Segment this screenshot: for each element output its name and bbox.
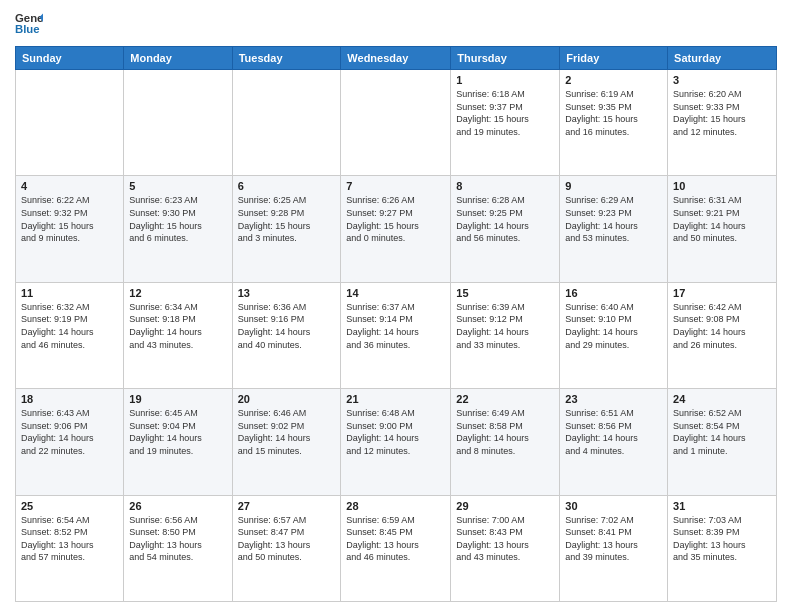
col-header-wednesday: Wednesday (341, 47, 451, 70)
calendar-cell: 12Sunrise: 6:34 AM Sunset: 9:18 PM Dayli… (124, 282, 232, 388)
calendar-row-2: 11Sunrise: 6:32 AM Sunset: 9:19 PM Dayli… (16, 282, 777, 388)
day-info: Sunrise: 6:43 AM Sunset: 9:06 PM Dayligh… (21, 407, 118, 457)
calendar-cell: 20Sunrise: 6:46 AM Sunset: 9:02 PM Dayli… (232, 389, 341, 495)
day-number: 22 (456, 393, 554, 405)
calendar-cell: 31Sunrise: 7:03 AM Sunset: 8:39 PM Dayli… (668, 495, 777, 601)
calendar-cell: 18Sunrise: 6:43 AM Sunset: 9:06 PM Dayli… (16, 389, 124, 495)
day-number: 16 (565, 287, 662, 299)
day-number: 8 (456, 180, 554, 192)
day-info: Sunrise: 6:48 AM Sunset: 9:00 PM Dayligh… (346, 407, 445, 457)
day-number: 2 (565, 74, 662, 86)
calendar-cell: 4Sunrise: 6:22 AM Sunset: 9:32 PM Daylig… (16, 176, 124, 282)
day-info: Sunrise: 6:39 AM Sunset: 9:12 PM Dayligh… (456, 301, 554, 351)
calendar-cell: 22Sunrise: 6:49 AM Sunset: 8:58 PM Dayli… (451, 389, 560, 495)
calendar-cell: 1Sunrise: 6:18 AM Sunset: 9:37 PM Daylig… (451, 70, 560, 176)
calendar-row-4: 25Sunrise: 6:54 AM Sunset: 8:52 PM Dayli… (16, 495, 777, 601)
day-info: Sunrise: 6:46 AM Sunset: 9:02 PM Dayligh… (238, 407, 336, 457)
day-number: 29 (456, 500, 554, 512)
day-number: 19 (129, 393, 226, 405)
calendar-cell: 17Sunrise: 6:42 AM Sunset: 9:08 PM Dayli… (668, 282, 777, 388)
day-number: 21 (346, 393, 445, 405)
day-number: 18 (21, 393, 118, 405)
calendar-cell: 23Sunrise: 6:51 AM Sunset: 8:56 PM Dayli… (560, 389, 668, 495)
col-header-monday: Monday (124, 47, 232, 70)
calendar-table: SundayMondayTuesdayWednesdayThursdayFrid… (15, 46, 777, 602)
day-info: Sunrise: 6:37 AM Sunset: 9:14 PM Dayligh… (346, 301, 445, 351)
calendar-row-1: 4Sunrise: 6:22 AM Sunset: 9:32 PM Daylig… (16, 176, 777, 282)
day-number: 23 (565, 393, 662, 405)
calendar-cell: 27Sunrise: 6:57 AM Sunset: 8:47 PM Dayli… (232, 495, 341, 601)
day-number: 6 (238, 180, 336, 192)
day-number: 14 (346, 287, 445, 299)
day-number: 28 (346, 500, 445, 512)
calendar-cell: 14Sunrise: 6:37 AM Sunset: 9:14 PM Dayli… (341, 282, 451, 388)
calendar-cell: 24Sunrise: 6:52 AM Sunset: 8:54 PM Dayli… (668, 389, 777, 495)
calendar-cell: 21Sunrise: 6:48 AM Sunset: 9:00 PM Dayli… (341, 389, 451, 495)
day-number: 17 (673, 287, 771, 299)
day-info: Sunrise: 6:40 AM Sunset: 9:10 PM Dayligh… (565, 301, 662, 351)
day-number: 1 (456, 74, 554, 86)
day-info: Sunrise: 6:18 AM Sunset: 9:37 PM Dayligh… (456, 88, 554, 138)
calendar-cell: 13Sunrise: 6:36 AM Sunset: 9:16 PM Dayli… (232, 282, 341, 388)
day-number: 3 (673, 74, 771, 86)
header: General Blue (15, 10, 777, 38)
day-number: 12 (129, 287, 226, 299)
calendar-cell (124, 70, 232, 176)
day-number: 9 (565, 180, 662, 192)
day-info: Sunrise: 6:22 AM Sunset: 9:32 PM Dayligh… (21, 194, 118, 244)
day-info: Sunrise: 6:26 AM Sunset: 9:27 PM Dayligh… (346, 194, 445, 244)
svg-text:Blue: Blue (15, 23, 40, 35)
day-info: Sunrise: 6:31 AM Sunset: 9:21 PM Dayligh… (673, 194, 771, 244)
day-number: 27 (238, 500, 336, 512)
calendar-row-0: 1Sunrise: 6:18 AM Sunset: 9:37 PM Daylig… (16, 70, 777, 176)
day-number: 7 (346, 180, 445, 192)
col-header-friday: Friday (560, 47, 668, 70)
day-info: Sunrise: 6:56 AM Sunset: 8:50 PM Dayligh… (129, 514, 226, 564)
col-header-saturday: Saturday (668, 47, 777, 70)
day-number: 31 (673, 500, 771, 512)
col-header-thursday: Thursday (451, 47, 560, 70)
calendar-cell (16, 70, 124, 176)
logo: General Blue (15, 10, 43, 38)
calendar-cell: 26Sunrise: 6:56 AM Sunset: 8:50 PM Dayli… (124, 495, 232, 601)
day-number: 10 (673, 180, 771, 192)
day-number: 11 (21, 287, 118, 299)
calendar-cell: 7Sunrise: 6:26 AM Sunset: 9:27 PM Daylig… (341, 176, 451, 282)
day-number: 20 (238, 393, 336, 405)
calendar-cell: 8Sunrise: 6:28 AM Sunset: 9:25 PM Daylig… (451, 176, 560, 282)
col-header-tuesday: Tuesday (232, 47, 341, 70)
day-info: Sunrise: 6:42 AM Sunset: 9:08 PM Dayligh… (673, 301, 771, 351)
day-info: Sunrise: 7:02 AM Sunset: 8:41 PM Dayligh… (565, 514, 662, 564)
day-info: Sunrise: 6:49 AM Sunset: 8:58 PM Dayligh… (456, 407, 554, 457)
calendar-row-3: 18Sunrise: 6:43 AM Sunset: 9:06 PM Dayli… (16, 389, 777, 495)
day-info: Sunrise: 6:29 AM Sunset: 9:23 PM Dayligh… (565, 194, 662, 244)
calendar-cell (232, 70, 341, 176)
calendar-cell: 6Sunrise: 6:25 AM Sunset: 9:28 PM Daylig… (232, 176, 341, 282)
day-info: Sunrise: 6:45 AM Sunset: 9:04 PM Dayligh… (129, 407, 226, 457)
day-info: Sunrise: 6:59 AM Sunset: 8:45 PM Dayligh… (346, 514, 445, 564)
day-info: Sunrise: 6:28 AM Sunset: 9:25 PM Dayligh… (456, 194, 554, 244)
day-number: 26 (129, 500, 226, 512)
day-info: Sunrise: 7:00 AM Sunset: 8:43 PM Dayligh… (456, 514, 554, 564)
col-header-sunday: Sunday (16, 47, 124, 70)
day-info: Sunrise: 6:23 AM Sunset: 9:30 PM Dayligh… (129, 194, 226, 244)
calendar-cell: 3Sunrise: 6:20 AM Sunset: 9:33 PM Daylig… (668, 70, 777, 176)
day-info: Sunrise: 6:51 AM Sunset: 8:56 PM Dayligh… (565, 407, 662, 457)
calendar-header-row: SundayMondayTuesdayWednesdayThursdayFrid… (16, 47, 777, 70)
calendar-cell: 10Sunrise: 6:31 AM Sunset: 9:21 PM Dayli… (668, 176, 777, 282)
day-info: Sunrise: 6:25 AM Sunset: 9:28 PM Dayligh… (238, 194, 336, 244)
calendar-cell: 29Sunrise: 7:00 AM Sunset: 8:43 PM Dayli… (451, 495, 560, 601)
day-info: Sunrise: 6:20 AM Sunset: 9:33 PM Dayligh… (673, 88, 771, 138)
calendar-cell (341, 70, 451, 176)
day-info: Sunrise: 7:03 AM Sunset: 8:39 PM Dayligh… (673, 514, 771, 564)
day-number: 5 (129, 180, 226, 192)
day-number: 15 (456, 287, 554, 299)
logo-icon: General Blue (15, 10, 43, 38)
day-info: Sunrise: 6:57 AM Sunset: 8:47 PM Dayligh… (238, 514, 336, 564)
calendar-cell: 5Sunrise: 6:23 AM Sunset: 9:30 PM Daylig… (124, 176, 232, 282)
calendar-cell: 9Sunrise: 6:29 AM Sunset: 9:23 PM Daylig… (560, 176, 668, 282)
day-info: Sunrise: 6:32 AM Sunset: 9:19 PM Dayligh… (21, 301, 118, 351)
calendar-cell: 30Sunrise: 7:02 AM Sunset: 8:41 PM Dayli… (560, 495, 668, 601)
calendar-cell: 25Sunrise: 6:54 AM Sunset: 8:52 PM Dayli… (16, 495, 124, 601)
day-number: 24 (673, 393, 771, 405)
